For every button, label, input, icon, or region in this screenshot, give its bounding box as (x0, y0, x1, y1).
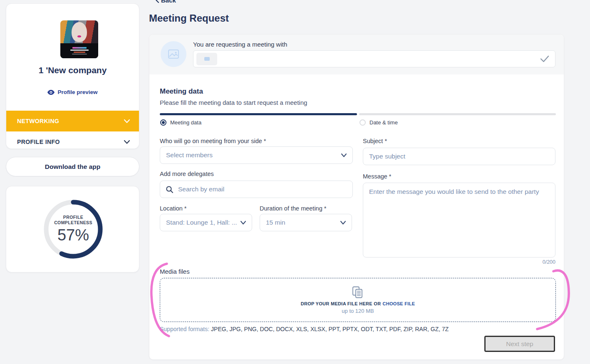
profile-preview-label: Profile preview (57, 89, 97, 95)
profile-preview-link[interactable]: Profile preview (6, 89, 139, 95)
section-subtitle: Please fill the meeting data to start re… (160, 99, 307, 106)
networking-label: NETWORKING (17, 118, 59, 124)
profile-completeness-card: PROFILE COMPLETENESS 57% (6, 186, 139, 272)
radio-unchecked-icon (359, 119, 366, 126)
page-title: Meeting Request (149, 12, 229, 24)
chevron-down-icon (240, 221, 246, 225)
chevron-left-icon (156, 0, 159, 3)
meeting-with-input[interactable] (193, 50, 555, 67)
members-select-value: Select members (166, 151, 213, 159)
duration-select[interactable]: 15 min (260, 214, 352, 231)
sidebar-item-networking[interactable]: NETWORKING (6, 111, 139, 131)
documents-icon (352, 286, 364, 299)
download-app-button[interactable]: Download the app (6, 157, 139, 176)
supported-formats: Supported formats:JPEG, JPG, PNG, DOC, D… (160, 326, 449, 332)
chevron-down-icon (124, 140, 130, 144)
chevron-down-icon (340, 221, 346, 225)
step-date-time-label: Date & time (369, 119, 398, 126)
subject-label: Subject * (363, 138, 387, 144)
drop-size-hint: up to 120 MB (342, 308, 374, 314)
section-title: Meeting data (160, 87, 203, 96)
supported-formats-value: JPEG, JPG, PNG, DOC, DOCX, XLS, XLSX, PP… (211, 326, 449, 332)
request-banner-label: You are requesting a meeting with (193, 41, 287, 48)
media-dropzone[interactable]: DROP YOUR MEDIA FILE HERE ORCHOOSE FILE … (160, 278, 556, 322)
step-date-time[interactable]: Date & time (359, 119, 398, 126)
location-label: Location * (160, 205, 187, 212)
choose-file-link[interactable]: CHOOSE FILE (382, 301, 415, 306)
chevron-down-icon (341, 154, 347, 157)
company-logo (60, 20, 98, 58)
logo-caption-band (60, 43, 98, 58)
sidebar-item-profile-info[interactable]: PROFILE INFO (6, 131, 139, 149)
completeness-label-1: PROFILE (63, 215, 83, 220)
radio-checked-icon (160, 119, 166, 126)
completeness-value: 57% (57, 226, 89, 244)
message-textarea[interactable] (363, 183, 555, 258)
meeting-request-page: 1 'New company Profile preview NETWORKIN… (0, 0, 590, 364)
checkmark-icon (540, 55, 549, 62)
duration-label: Duration of the meeting * (260, 205, 326, 212)
delegates-label: Add more delegates (160, 171, 214, 177)
chevron-down-icon (124, 119, 130, 123)
delegates-search-placeholder: Search by email (178, 186, 224, 193)
members-label: Who will go on meeting from your side * (160, 138, 266, 144)
subject-input[interactable] (363, 148, 555, 165)
next-step-button[interactable]: Next step (484, 336, 555, 352)
members-select[interactable]: Select members (160, 146, 353, 164)
media-files-label: Media files (160, 268, 190, 275)
company-name: 1 'New company (6, 65, 139, 75)
supported-formats-label: Supported formats: (160, 326, 209, 332)
search-icon (166, 186, 173, 193)
logo-face-art (72, 22, 87, 42)
step-meeting-data[interactable]: Meeting data (160, 119, 201, 126)
step-progress-active (160, 113, 357, 115)
location-select-value: Stand: Lounge 1, Hall: ... (166, 219, 237, 226)
location-select[interactable]: Stand: Lounge 1, Hall: ... (160, 214, 252, 231)
message-char-counter: 0/200 (363, 259, 555, 265)
download-app-label: Download the app (45, 163, 100, 171)
completeness-label-2: COMPLETENESS (54, 220, 92, 225)
completeness-ring: PROFILE COMPLETENESS 57% (42, 198, 104, 260)
company-profile-card: 1 'New company Profile preview NETWORKIN… (6, 3, 139, 149)
step-meeting-data-label: Meeting data (170, 119, 201, 126)
back-label: Back (161, 0, 176, 4)
duration-select-value: 15 min (266, 219, 285, 226)
drop-instruction: DROP YOUR MEDIA FILE HERE OR (301, 301, 381, 306)
message-label: Message * (363, 173, 392, 180)
image-placeholder-icon (168, 50, 179, 59)
back-button[interactable]: Back (156, 0, 176, 4)
avatar (161, 41, 186, 67)
meeting-request-form-card: You are requesting a meeting with Meetin… (149, 34, 564, 360)
eye-icon (47, 90, 55, 95)
request-banner: You are requesting a meeting with (149, 35, 564, 74)
profile-info-label: PROFILE INFO (17, 139, 60, 145)
delegates-search-field[interactable]: Search by email (160, 181, 353, 198)
person-placeholder-chip (196, 53, 217, 65)
logo-lips-art (77, 35, 81, 37)
step-progress-idle (359, 113, 556, 115)
